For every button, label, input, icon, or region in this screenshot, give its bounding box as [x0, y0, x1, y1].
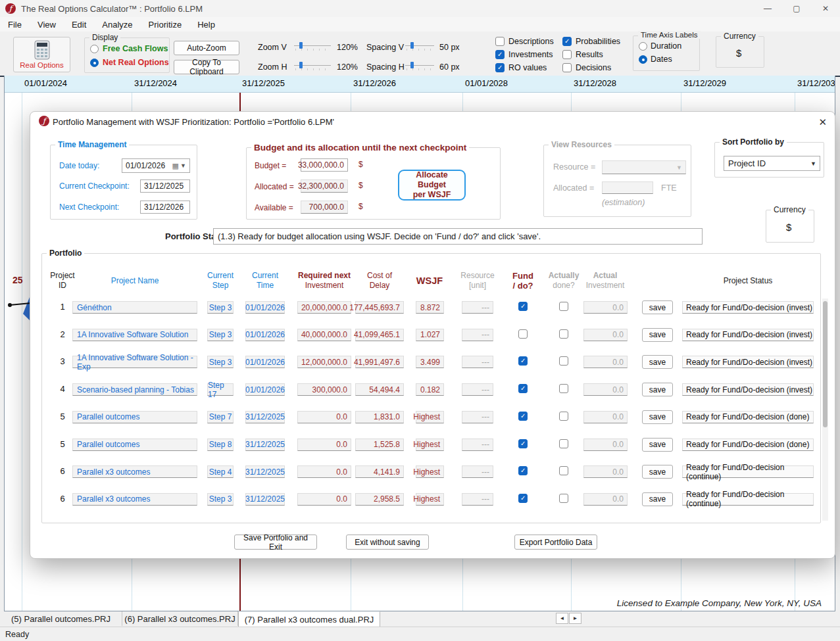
allocate-budget-button[interactable]: Allocate Budget per WSJF	[398, 170, 466, 201]
zoom-v-slider[interactable]	[294, 41, 331, 51]
cost-of-delay-field[interactable]: 1,831.0	[355, 411, 404, 423]
auto-zoom-button[interactable]: Auto-Zoom	[174, 41, 239, 55]
save-button[interactable]: save	[642, 300, 673, 314]
net-real-options-radio[interactable]	[90, 59, 99, 67]
actually-done-checkbox[interactable]	[559, 356, 568, 366]
current-step-field[interactable]: Step 8	[207, 439, 234, 451]
current-time-field[interactable]: 01/01/2026	[245, 329, 285, 341]
probabilities-label[interactable]: Probabilities	[576, 37, 620, 46]
current-step-field[interactable]: Step 17	[207, 383, 234, 396]
fund-do-checkbox[interactable]	[518, 466, 528, 475]
menu-edit[interactable]: Edit	[64, 20, 94, 30]
tab-scroll-right-icon[interactable]: ►	[569, 613, 581, 624]
required-investment-field[interactable]: 40,000,000.0	[297, 329, 351, 341]
current-step-field[interactable]: Step 3	[207, 356, 234, 368]
close-icon[interactable]: ✕	[811, 0, 840, 17]
menu-analyze[interactable]: Analyze	[94, 20, 140, 30]
chevron-down-icon[interactable]: ▼	[810, 160, 816, 167]
tab-scroll-left-icon[interactable]: ◄	[556, 613, 568, 624]
tab-parallel-outcomes[interactable]: (5) Parallel outcomes.PRJ	[0, 611, 122, 626]
current-time-field[interactable]: 31/12/2025	[245, 439, 285, 451]
cost-of-delay-field[interactable]: 4,141.9	[355, 465, 404, 478]
fund-do-checkbox[interactable]	[518, 329, 528, 339]
fund-do-checkbox[interactable]	[518, 356, 528, 366]
dialog-close-icon[interactable]: ✕	[818, 116, 827, 128]
cost-of-delay-field[interactable]: 1,525.8	[355, 439, 404, 451]
current-step-field[interactable]: Step 3	[207, 493, 234, 506]
duration-label[interactable]: Duration	[651, 41, 681, 51]
project-name-field[interactable]: Scenario-based planning - Tobias	[72, 383, 197, 396]
project-name-field[interactable]: Parallel outcomes	[72, 439, 197, 451]
fund-do-checkbox[interactable]	[518, 302, 528, 311]
save-button[interactable]: save	[642, 492, 673, 506]
current-step-field[interactable]: Step 3	[207, 301, 234, 314]
save-portfolio-exit-button[interactable]: Save Portfolio and Exit	[234, 534, 317, 550]
required-investment-field[interactable]: 300,000.0	[297, 383, 351, 396]
actually-done-checkbox[interactable]	[559, 384, 568, 393]
next-checkpoint-field[interactable]: 31/12/2026	[140, 201, 190, 214]
budget-field[interactable]: 33,000,000.0	[301, 158, 348, 172]
date-dropdown-icon[interactable]: ▼	[180, 162, 186, 169]
menu-view[interactable]: View	[30, 20, 64, 30]
results-label[interactable]: Results	[576, 50, 603, 59]
cost-of-delay-field[interactable]: 54,494.4	[355, 383, 404, 396]
decisions-label[interactable]: Decisions	[576, 63, 611, 72]
real-options-button[interactable]: Real Options	[13, 37, 70, 72]
cost-of-delay-field[interactable]: 41,099,465.1	[355, 329, 404, 341]
required-investment-field[interactable]: 12,000,000.0	[297, 356, 351, 368]
required-investment-field[interactable]: 0.0	[297, 493, 351, 506]
duration-radio[interactable]	[639, 42, 647, 51]
fund-do-checkbox[interactable]	[518, 439, 528, 448]
current-time-field[interactable]: 31/12/2025	[245, 465, 285, 478]
current-checkpoint-field[interactable]: 31/12/2025	[140, 179, 190, 193]
calendar-icon[interactable]: ▦	[172, 162, 179, 170]
menu-file[interactable]: File	[0, 20, 30, 30]
current-time-field[interactable]: 01/01/2026	[245, 383, 285, 396]
save-button[interactable]: save	[642, 465, 673, 479]
cost-of-delay-field[interactable]: 177,445,693.7	[355, 301, 404, 314]
spacing-h-slider[interactable]	[405, 61, 434, 70]
project-name-field[interactable]: 1A Innovative Software Solution - Exp	[72, 356, 197, 368]
decisions-checkbox[interactable]	[562, 63, 572, 72]
current-step-field[interactable]: Step 4	[207, 465, 234, 478]
save-button[interactable]: save	[642, 328, 673, 342]
table-scrollbar-thumb[interactable]	[823, 301, 828, 427]
actually-done-checkbox[interactable]	[559, 412, 568, 421]
actually-done-checkbox[interactable]	[559, 466, 568, 475]
descriptions-label[interactable]: Descriptions	[508, 37, 554, 46]
fund-do-checkbox[interactable]	[518, 412, 528, 421]
net-real-options-label[interactable]: Net Real Options	[103, 58, 169, 67]
investments-label[interactable]: Investments	[508, 50, 553, 59]
copy-to-clipboard-button[interactable]: Copy To Clipboard	[174, 60, 239, 74]
save-button[interactable]: save	[642, 438, 673, 452]
dates-radio[interactable]	[639, 55, 647, 64]
zoom-h-slider[interactable]	[294, 61, 331, 70]
current-time-field[interactable]: 31/12/2025	[245, 411, 285, 423]
ro-values-checkbox[interactable]	[495, 63, 505, 72]
probabilities-checkbox[interactable]	[562, 37, 572, 46]
project-name-field[interactable]: Parallel x3 outcomes	[72, 493, 197, 506]
actually-done-checkbox[interactable]	[559, 439, 568, 448]
cost-of-delay-field[interactable]: 2,958.5	[355, 493, 404, 506]
free-cash-flows-label[interactable]: Free Cash Flows	[103, 44, 168, 53]
save-button[interactable]: save	[642, 383, 673, 396]
save-button[interactable]: save	[642, 355, 673, 369]
export-portfolio-data-button[interactable]: Export Portfolio Data	[514, 534, 597, 550]
maximize-icon[interactable]: ▢	[782, 0, 811, 17]
ro-values-label[interactable]: RO values	[508, 63, 547, 72]
fund-do-checkbox[interactable]	[518, 384, 528, 393]
required-investment-field[interactable]: 0.0	[297, 411, 351, 423]
dates-label[interactable]: Dates	[651, 55, 672, 64]
tab-parallel-x3-outcomes-dual[interactable]: (7) Parallel x3 outcomes dual.PRJ	[238, 611, 380, 628]
sort-portfolio-select[interactable]: Project ID ▼	[724, 156, 820, 171]
actually-done-checkbox[interactable]	[559, 494, 568, 503]
spacing-v-slider[interactable]	[405, 41, 434, 51]
minimize-icon[interactable]: —	[753, 0, 782, 17]
cost-of-delay-field[interactable]: 41,991,497.6	[355, 356, 404, 368]
current-time-field[interactable]: 31/12/2025	[245, 493, 285, 506]
date-today-field[interactable]: 01/01/2026 ▦ ▼	[122, 158, 190, 173]
current-time-field[interactable]: 01/01/2026	[245, 356, 285, 368]
required-investment-field[interactable]: 20,000,000.0	[297, 301, 351, 314]
current-step-field[interactable]: Step 7	[207, 411, 234, 423]
menu-prioritize[interactable]: Prioritize	[141, 20, 190, 30]
